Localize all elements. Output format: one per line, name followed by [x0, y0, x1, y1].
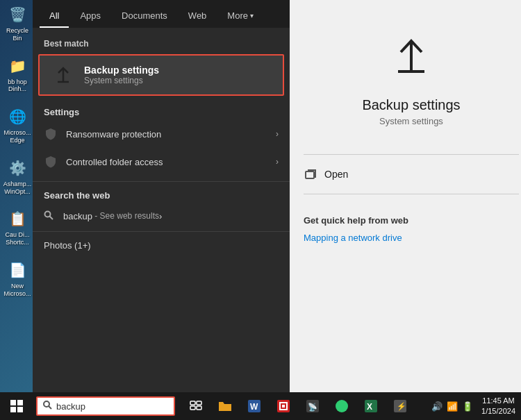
svg-rect-15	[190, 406, 195, 410]
left-panel: All Apps Documents Web More ▾ Best match	[33, 0, 290, 392]
cau-icon: 📋	[6, 208, 28, 230]
help-title: Get quick help from web	[304, 215, 519, 226]
tray-icon-2[interactable]: 📶	[447, 401, 458, 412]
tab-web[interactable]: Web	[179, 5, 217, 28]
taskbar-icons: W 📡	[182, 392, 414, 420]
search-icon-web	[44, 210, 55, 221]
open-button[interactable]: Open	[304, 162, 519, 187]
tab-apps[interactable]: Apps	[70, 5, 110, 28]
tab-documents[interactable]: Documents	[112, 5, 177, 28]
best-match-item[interactable]: Backup settings System settings	[38, 54, 284, 96]
green-icon[interactable]	[328, 392, 356, 420]
new-ms-label: NewMicroso...	[3, 283, 31, 298]
best-match-text: Backup settings System settings	[84, 65, 159, 85]
web-search-keyword: backup	[63, 211, 92, 221]
bbhop-label: bb hopDinh...	[8, 78, 27, 94]
desktop-icon-new[interactable]: 📄 NewMicroso...	[1, 259, 34, 298]
search-panel: All Apps Documents Web More ▾ Best match	[33, 0, 521, 392]
ashamp-icon: ⚙️	[6, 157, 28, 179]
svg-text:⚡: ⚡	[397, 401, 406, 411]
taskbar-search-input[interactable]	[56, 401, 160, 412]
chevron-down-icon: ▾	[250, 12, 254, 19]
taskbar-search-icon	[43, 401, 52, 412]
svg-line-12	[49, 406, 51, 409]
see-web-results: - See web results	[92, 211, 159, 221]
start-button[interactable]	[0, 392, 33, 420]
web-search-item[interactable]: backup - See web results ›	[33, 203, 290, 228]
arrow-icon-web: ›	[159, 211, 162, 221]
bbhop-icon: 📁	[6, 55, 28, 77]
svg-rect-9	[10, 407, 16, 412]
divider-1	[33, 181, 290, 182]
svg-point-2	[45, 212, 51, 217]
help-link[interactable]: Mapping a network drive	[304, 233, 402, 243]
recycle-bin-icon: 🗑️	[6, 3, 28, 26]
extra-icon[interactable]: ⚡	[386, 392, 414, 420]
tray-icon-1[interactable]: 🔊	[431, 401, 443, 412]
system-tray: 🔊 📶 🔋	[431, 401, 473, 412]
photos-item[interactable]: Photos (1+)	[33, 235, 290, 256]
svg-rect-8	[17, 400, 23, 405]
task-view-icon[interactable]	[182, 392, 210, 420]
tray-icon-battery[interactable]: 🔋	[462, 401, 473, 412]
unknown-icon-2[interactable]: 📡	[299, 392, 326, 420]
divider-2	[33, 231, 290, 232]
taskbar: W 📡	[0, 392, 521, 420]
controlled-label: Controlled folder access	[66, 157, 163, 167]
unknown-icon-1[interactable]	[270, 392, 297, 420]
desktop-icon-edge[interactable]: 🌐 Microso...Edge	[1, 106, 34, 144]
desktop-icon-cau[interactable]: 📋 Cau Di...Shortc...	[1, 208, 34, 246]
svg-point-11	[44, 401, 49, 407]
desktop-icons: 🗑️ RecycleBin 📁 bb hopDinh... 🌐 Microso.…	[0, 0, 35, 389]
right-panel: Backup settings System settings Open Get…	[290, 0, 521, 392]
svg-text:X: X	[367, 402, 372, 412]
start-menu: All Apps Documents Web More ▾ Best match	[33, 0, 521, 392]
backup-settings-icon	[51, 62, 76, 87]
svg-rect-7	[10, 400, 16, 405]
svg-rect-6	[306, 171, 314, 178]
open-icon	[304, 167, 317, 181]
divider-right-bottom	[304, 194, 519, 194]
search-web-label: Search the web	[33, 185, 290, 203]
clock[interactable]: 11:45 AM 1/15/2024	[481, 396, 515, 417]
desktop: 🗑️ RecycleBin 📁 bb hopDinh... 🌐 Microso.…	[0, 0, 521, 420]
tabs: All Apps Documents Web More ▾	[33, 0, 290, 28]
word-icon[interactable]: W	[240, 392, 268, 420]
svg-rect-10	[17, 407, 23, 412]
divider-right-top	[304, 154, 519, 155]
svg-rect-16	[197, 406, 201, 410]
arrow-icon-ransomware: ›	[276, 129, 279, 139]
cau-label: Cau Di...Shortc...	[5, 231, 29, 246]
right-title: Backup settings	[362, 97, 460, 113]
svg-rect-21	[282, 405, 285, 408]
best-match-title: Backup settings	[84, 65, 159, 76]
tab-all[interactable]: All	[40, 5, 69, 28]
desktop-icon-recycle[interactable]: 🗑️ RecycleBin	[1, 3, 34, 42]
file-explorer-icon[interactable]	[211, 392, 239, 420]
excel-icon[interactable]: X	[357, 392, 385, 420]
taskbar-right: 🔊 📶 🔋 11:45 AM 1/15/2024	[431, 396, 521, 417]
svg-text:📡: 📡	[308, 402, 317, 412]
backup-large-icon	[383, 28, 439, 83]
taskbar-search-box[interactable]	[36, 396, 175, 416]
settings-label: Settings	[33, 101, 290, 120]
right-subtitle: System settings	[379, 116, 443, 126]
settings-section: Settings Ransomware protection ›	[33, 99, 290, 178]
shield-icon-controlled	[44, 155, 58, 169]
desktop-icon-ashamp[interactable]: ⚙️ Ashamp...WinOpt...	[1, 157, 34, 196]
best-match-subtitle: System settings	[84, 76, 159, 85]
arrow-icon-controlled: ›	[276, 157, 279, 167]
open-label: Open	[324, 169, 348, 180]
svg-rect-13	[190, 401, 195, 405]
shield-icon-ransomware	[44, 127, 58, 141]
ashamp-label: Ashamp...WinOpt...	[3, 180, 32, 196]
ransomware-label: Ransomware protection	[66, 129, 161, 140]
menu-item-controlled[interactable]: Controlled folder access ›	[33, 148, 290, 176]
recycle-bin-label: RecycleBin	[6, 27, 28, 42]
best-match-header: Best match	[33, 33, 290, 51]
tab-more[interactable]: More ▾	[217, 5, 263, 28]
menu-item-ransomware[interactable]: Ransomware protection ›	[33, 120, 290, 148]
desktop-icon-bbhop[interactable]: 📁 bb hopDinh...	[1, 55, 34, 94]
edge-label: Microso...Edge	[3, 129, 31, 144]
new-ms-icon: 📄	[6, 259, 28, 281]
